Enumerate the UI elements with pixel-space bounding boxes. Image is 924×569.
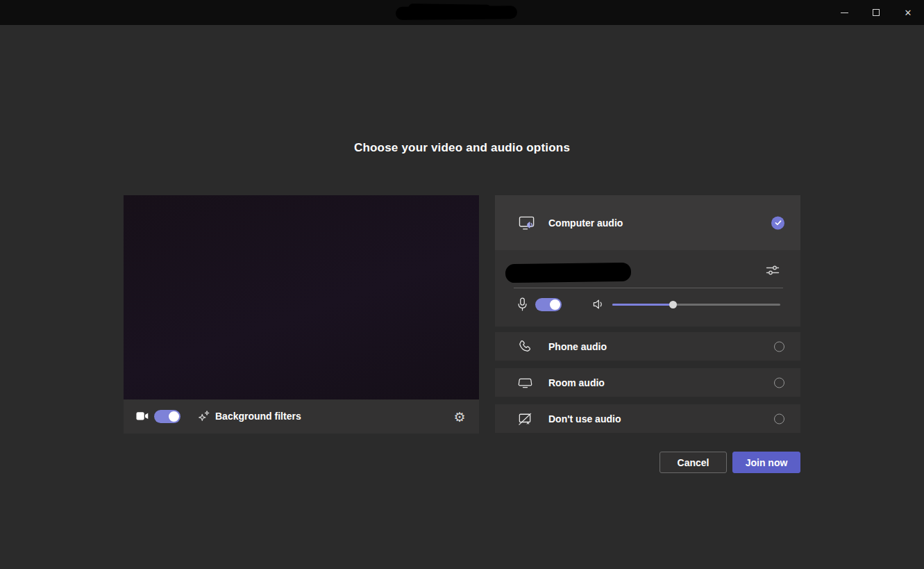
volume-slider[interactable] — [612, 297, 780, 311]
room-audio-icon — [518, 377, 532, 389]
volume-thumb[interactable] — [669, 301, 677, 308]
camera-toggle[interactable] — [154, 410, 180, 423]
option-label: Room audio — [548, 377, 605, 388]
join-now-button[interactable]: Join now — [732, 452, 800, 473]
window-titlebar: ✕ — [0, 0, 924, 25]
camera-preview — [124, 195, 479, 399]
pre-join-meeting-screen: ✕ Choose your video and audio options Ba… — [0, 0, 924, 569]
no-audio-radio[interactable] — [774, 413, 784, 424]
redacted-device-name — [505, 263, 631, 283]
microphone-toggle-knob — [550, 299, 560, 310]
phone-audio-icon — [518, 340, 532, 354]
page-title: Choose your video and audio options — [0, 141, 924, 155]
background-filters-icon — [197, 409, 211, 423]
audio-settings-sliders-icon[interactable] — [766, 265, 780, 277]
speaker-icon — [593, 299, 604, 310]
camera-icon — [136, 411, 149, 421]
option-label: Don't use audio — [548, 413, 621, 424]
redacted-window-title — [396, 6, 517, 20]
cancel-button[interactable]: Cancel — [660, 452, 727, 473]
phone-audio-radio[interactable] — [774, 341, 784, 352]
footer-actions: Cancel Join now — [0, 452, 924, 472]
option-computer-audio[interactable]: Computer audio — [495, 195, 800, 250]
no-audio-icon — [518, 413, 532, 425]
maximize-button[interactable] — [860, 0, 892, 25]
option-label: Computer audio — [548, 217, 623, 229]
video-controls-bar: Background filters ⚙ — [124, 399, 479, 434]
room-audio-radio[interactable] — [774, 377, 784, 388]
computer-audio-card: Computer audio — [495, 195, 800, 327]
close-icon: ✕ — [905, 8, 912, 18]
close-button[interactable]: ✕ — [892, 0, 924, 25]
window-controls: ✕ — [828, 0, 924, 25]
option-label: Phone audio — [548, 341, 607, 352]
volume-fill — [612, 304, 673, 306]
option-dont-use-audio[interactable]: Don't use audio — [495, 404, 800, 433]
microphone-icon — [517, 297, 528, 311]
device-settings-gear-icon[interactable]: ⚙ — [451, 409, 468, 425]
camera-toggle-knob — [169, 411, 179, 422]
audio-device-section — [495, 250, 800, 327]
background-filters-label[interactable]: Background filters — [215, 411, 301, 422]
option-room-audio[interactable]: Room audio — [495, 368, 800, 397]
maximize-icon — [873, 9, 880, 16]
option-phone-audio[interactable]: Phone audio — [495, 332, 800, 361]
minimize-icon — [841, 13, 848, 13]
computer-audio-icon — [519, 215, 536, 231]
selected-check-icon — [771, 216, 784, 229]
minimize-button[interactable] — [828, 0, 860, 25]
device-divider — [514, 288, 783, 288]
microphone-toggle[interactable] — [535, 298, 562, 311]
video-preview-card: Background filters ⚙ — [124, 195, 479, 434]
